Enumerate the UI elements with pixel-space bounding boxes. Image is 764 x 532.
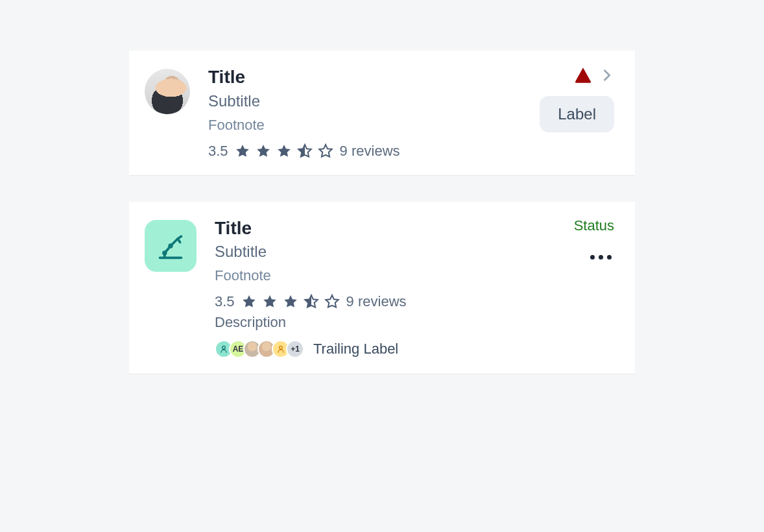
avatar-chip-stack: AE +1 bbox=[215, 340, 304, 358]
star-icon bbox=[235, 143, 250, 159]
card-title: Title bbox=[215, 217, 556, 239]
avatar bbox=[145, 69, 190, 114]
card-trailing: Status bbox=[574, 217, 614, 262]
rating-stars bbox=[235, 143, 333, 159]
star-icon bbox=[283, 294, 298, 309]
card-footnote: Footnote bbox=[208, 117, 521, 134]
avatar-chip-overflow[interactable]: +1 bbox=[286, 340, 304, 358]
rating-value: 3.5 bbox=[208, 143, 228, 160]
card-title: Title bbox=[208, 66, 521, 88]
avatar-chip-row: AE +1 Trailing Label bbox=[215, 340, 556, 358]
star-empty-icon bbox=[324, 294, 340, 309]
rating-row: 3.5 9 reviews bbox=[215, 293, 556, 310]
person-icon bbox=[219, 345, 228, 354]
card-footnote: Footnote bbox=[215, 267, 556, 284]
list-card[interactable]: Title Subtitle Footnote 3.5 9 reviews bbox=[129, 51, 635, 176]
star-half-icon bbox=[297, 143, 313, 159]
robot-arm-icon bbox=[156, 232, 185, 260]
review-count: 9 reviews bbox=[346, 293, 407, 310]
svg-point-2 bbox=[162, 250, 167, 255]
svg-point-1 bbox=[168, 243, 173, 248]
card-description: Description bbox=[215, 314, 556, 331]
card-main-column: Title Subtitle Footnote 3.5 9 reviews bbox=[208, 66, 521, 160]
warning-icon bbox=[574, 66, 592, 84]
person-icon bbox=[276, 345, 285, 354]
star-empty-icon bbox=[318, 143, 333, 159]
more-icon[interactable] bbox=[588, 252, 614, 262]
chevron-right-icon[interactable] bbox=[600, 68, 614, 82]
rating-stars bbox=[241, 294, 340, 309]
review-count: 9 reviews bbox=[340, 143, 400, 160]
icon-tile bbox=[145, 220, 197, 272]
star-icon bbox=[256, 143, 271, 159]
rating-value: 3.5 bbox=[215, 293, 235, 310]
chip-trailing-label: Trailing Label bbox=[313, 341, 398, 357]
star-icon bbox=[241, 294, 257, 309]
card-main-column: Title Subtitle Footnote 3.5 9 reviews De… bbox=[215, 217, 556, 359]
label-pill: Label bbox=[540, 96, 614, 132]
rating-row: 3.5 9 reviews bbox=[208, 143, 521, 160]
star-half-icon bbox=[304, 294, 319, 309]
list-card[interactable]: Title Subtitle Footnote 3.5 9 reviews De… bbox=[129, 202, 635, 375]
card-subtitle: Subtitle bbox=[215, 243, 556, 261]
star-icon bbox=[262, 294, 278, 309]
card-trailing: Label bbox=[540, 66, 614, 132]
status-text: Status bbox=[574, 217, 614, 234]
star-icon bbox=[276, 143, 292, 159]
card-subtitle: Subtitle bbox=[208, 92, 521, 110]
